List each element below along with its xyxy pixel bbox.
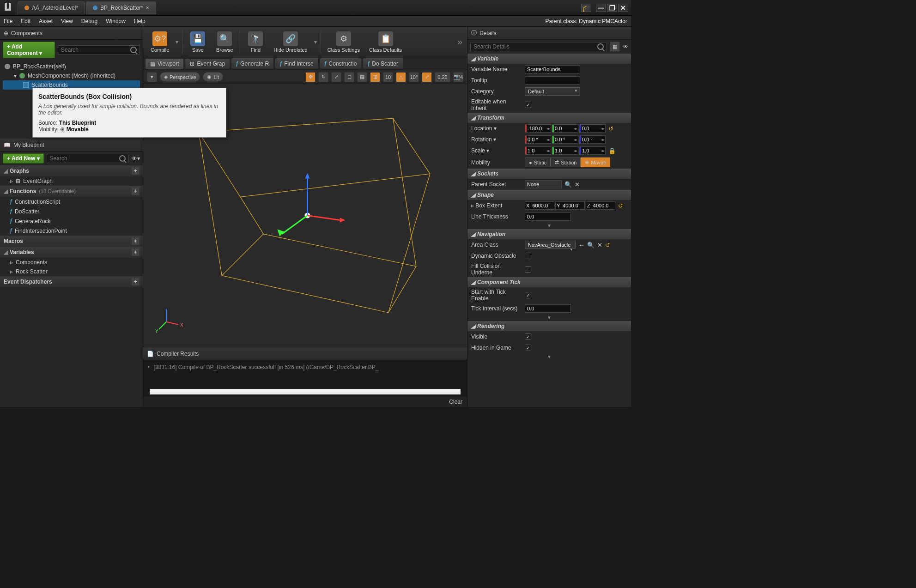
scale-gizmo-button[interactable]: ⤢ (331, 72, 341, 82)
translate-gizmo-button[interactable]: ✥ (305, 72, 315, 82)
reset-icon[interactable]: ↺ (608, 125, 613, 132)
section-transform[interactable]: ◢ Transform (467, 113, 631, 123)
angle-snap-toggle[interactable]: △ (396, 72, 406, 82)
doc-tab-rockscatter[interactable]: BP_RockScatter* × (86, 1, 156, 14)
angle-snap-value[interactable]: 10° (409, 72, 419, 82)
expand-shape[interactable]: ▼ (467, 222, 631, 229)
property-matrix-button[interactable]: ▦ (610, 42, 620, 52)
close-tab-icon[interactable]: × (146, 5, 149, 11)
components-search[interactable] (58, 45, 140, 55)
add-graph-button[interactable]: + (132, 167, 139, 175)
rotation-x[interactable]: ◂▸ (525, 135, 551, 144)
coord-space-button[interactable]: ◻ (344, 72, 354, 82)
scale-snap-value[interactable]: 0.25 (435, 72, 450, 82)
lit-button[interactable]: ◉ Lit (203, 72, 223, 82)
hide-unrelated-button[interactable]: 🔗Hide Unrelated (271, 30, 310, 54)
rotate-gizmo-button[interactable]: ↻ (318, 72, 328, 82)
add-new-button[interactable]: + Add New ▾ (3, 153, 44, 164)
tab-construction[interactable]: fConstructio (320, 58, 362, 69)
component-tree-root[interactable]: BP_RockScatter(self) (3, 62, 140, 71)
parent-socket-field[interactable]: None (525, 180, 562, 188)
graph-eventgraph[interactable]: ▹ ⊞ EventGraph (0, 176, 143, 186)
compile-button[interactable]: ⚙?Compile (148, 30, 172, 54)
components-search-input[interactable] (61, 47, 130, 53)
visible-checkbox[interactable] (525, 333, 531, 340)
use-selected-icon[interactable]: ← (578, 242, 584, 249)
eye-icon[interactable]: 👁 (623, 43, 628, 50)
function-constructionscript[interactable]: fConstructionScript (0, 197, 143, 206)
compile-dropdown[interactable]: ▾ (176, 39, 178, 45)
hidden-in-game-checkbox[interactable] (525, 345, 531, 351)
function-generaterock[interactable]: fGenerateRock (0, 216, 143, 226)
add-variable-button[interactable]: + (132, 249, 139, 256)
clear-socket-icon[interactable]: ✕ (575, 181, 580, 188)
restore-button[interactable]: ❐ (607, 4, 617, 12)
menu-file[interactable]: File (4, 18, 12, 24)
myblueprint-panel-header[interactable]: 📖 My Blueprint (0, 139, 143, 152)
component-tree-mesh[interactable]: ▾ MeshComponent (Mesh) (Inherited) (3, 71, 140, 80)
reset-icon[interactable]: ↺ (618, 202, 623, 209)
add-macro-button[interactable]: + (132, 237, 139, 245)
tooltip-input[interactable] (525, 76, 580, 85)
rotation-z[interactable]: ◂▸ (579, 135, 606, 144)
location-z[interactable]: ◂▸ (579, 124, 606, 133)
tab-eventgraph[interactable]: ⊞Event Grap (185, 58, 230, 69)
tab-findintersection[interactable]: fFind Interse (275, 58, 318, 69)
section-component-tick[interactable]: ◢ Component Tick (467, 277, 631, 287)
save-button[interactable]: 💾Save (186, 30, 209, 54)
minimize-button[interactable]: — (596, 4, 606, 12)
clear-asset-icon[interactable]: ✕ (597, 242, 602, 249)
class-settings-button[interactable]: ⚙Class Settings (325, 30, 363, 54)
clear-button[interactable]: Clear (449, 399, 462, 405)
dynamic-obstacle-checkbox[interactable] (525, 253, 531, 259)
add-component-button[interactable]: + Add Component ▾ (3, 42, 55, 58)
menu-edit[interactable]: Edit (21, 18, 30, 24)
section-dispatchers[interactable]: Event Dispatchers+ (0, 276, 143, 287)
add-function-button[interactable]: + (132, 188, 139, 195)
location-x[interactable]: ◂▸ (525, 124, 551, 133)
surface-snap-button[interactable]: ▦ (357, 72, 367, 82)
mobility-static[interactable]: ● Static (525, 158, 551, 167)
section-functions[interactable]: ◢Functions(18 Overridable)+ (0, 186, 143, 197)
close-button[interactable]: ✕ (618, 4, 628, 12)
find-button[interactable]: 🔭Find (244, 30, 267, 54)
section-navigation[interactable]: ◢ Navigation (467, 229, 631, 239)
extent-z[interactable] (586, 201, 615, 210)
camera-speed[interactable]: 📷 4 (453, 72, 463, 82)
details-search-input[interactable] (473, 43, 597, 50)
mobility-movable[interactable]: ⊕ Movab (581, 158, 610, 167)
toolbar-overflow[interactable]: » (457, 36, 462, 47)
rotation-y[interactable]: ◂▸ (552, 135, 578, 144)
perspective-button[interactable]: ◈ Perspective (160, 72, 200, 82)
tick-enabled-checkbox[interactable] (525, 292, 531, 298)
variable-group-rockscatter[interactable]: ▹ Rock Scatter (0, 267, 143, 276)
section-variables[interactable]: ◢Variables+ (0, 247, 143, 258)
category-dropdown[interactable]: Default (525, 87, 580, 96)
scale-y[interactable]: ◂▸ (552, 146, 578, 155)
scale-snap-toggle[interactable]: ⤢ (422, 72, 432, 82)
menu-asset[interactable]: Asset (39, 18, 53, 24)
location-y[interactable]: ◂▸ (552, 124, 578, 133)
extent-y[interactable] (555, 201, 585, 210)
parent-class-link[interactable]: Dynamic PMCActor (579, 18, 627, 24)
menu-help[interactable]: Help (134, 18, 146, 24)
horizontal-scrollbar[interactable] (150, 389, 461, 394)
mobility-stationary[interactable]: ⇄ Station (551, 158, 581, 167)
components-panel-header[interactable]: ⊕ Components (0, 27, 143, 40)
scale-x[interactable]: ◂▸ (525, 146, 551, 155)
grid-snap-toggle[interactable]: ⊞ (370, 72, 380, 82)
expand-tick[interactable]: ▼ (467, 314, 631, 321)
section-rendering[interactable]: ◢ Rendering (467, 321, 631, 331)
search-socket-icon[interactable]: 🔍 (564, 181, 572, 188)
editable-checkbox[interactable] (525, 102, 531, 108)
section-macros[interactable]: Macros+ (0, 236, 143, 247)
variable-group-components[interactable]: ▹ Components (0, 258, 143, 267)
compiler-log[interactable]: • [3831.16] Compile of BP_RockScatter su… (143, 360, 467, 397)
section-sockets[interactable]: ◢ Sockets (467, 169, 631, 179)
browse-asset-icon[interactable]: 🔍 (587, 242, 594, 249)
browse-button[interactable]: 🔍Browse (213, 30, 236, 54)
reset-icon[interactable]: ↺ (605, 242, 610, 249)
fill-collision-checkbox[interactable] (525, 266, 531, 273)
add-dispatcher-button[interactable]: + (132, 278, 139, 285)
menu-window[interactable]: Window (106, 18, 126, 24)
